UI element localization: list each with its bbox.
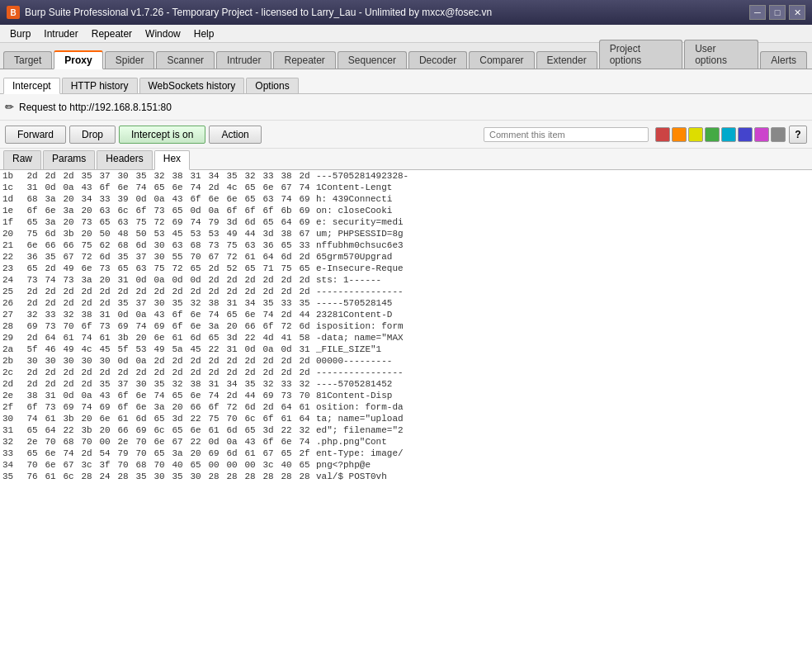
hex-cell[interactable]: 6f bbox=[96, 182, 114, 193]
hex-cell[interactable]: 34 bbox=[241, 297, 259, 309]
hex-cell[interactable]: 69 bbox=[150, 320, 168, 332]
comment-input[interactable] bbox=[484, 127, 649, 142]
hex-cell[interactable]: 69 bbox=[295, 216, 314, 228]
hex-cell[interactable]: 70 bbox=[295, 390, 314, 401]
hex-cell[interactable]: 0a bbox=[205, 205, 223, 216]
hex-cell[interactable]: 53 bbox=[150, 228, 168, 239]
hex-cell[interactable]: 36 bbox=[259, 239, 277, 251]
main-tab-decoder[interactable]: Decoder bbox=[408, 51, 467, 69]
hex-cell[interactable]: 61 bbox=[41, 471, 59, 482]
hex-cell[interactable]: 62 bbox=[96, 239, 114, 251]
hex-cell[interactable]: 35 bbox=[259, 297, 277, 309]
hex-cell[interactable]: 35 bbox=[114, 251, 132, 263]
hex-cell[interactable]: 2d bbox=[59, 286, 78, 297]
hex-cell[interactable]: 37 bbox=[132, 251, 150, 263]
hex-cell[interactable]: 66 bbox=[114, 424, 132, 436]
hex-cell[interactable]: 35 bbox=[78, 170, 96, 182]
hex-cell[interactable]: 2d bbox=[78, 286, 96, 297]
hex-cell[interactable]: 39 bbox=[114, 193, 132, 205]
hex-cell[interactable]: 2d bbox=[41, 297, 59, 309]
hex-cell[interactable]: 38 bbox=[186, 378, 205, 390]
hex-cell[interactable]: 6e bbox=[259, 182, 277, 193]
hex-cell[interactable]: 35 bbox=[150, 378, 168, 390]
hex-cell[interactable]: 2d bbox=[277, 309, 295, 320]
hex-cell[interactable]: 6e bbox=[168, 182, 186, 193]
hex-cell[interactable]: 69 bbox=[168, 216, 186, 228]
sub-tab-intercept[interactable]: Intercept bbox=[3, 78, 60, 94]
hex-cell[interactable]: 28 bbox=[295, 471, 314, 482]
hex-cell[interactable]: 37 bbox=[132, 297, 150, 309]
hex-cell[interactable]: 64 bbox=[259, 251, 277, 263]
hex-cell[interactable]: 20 bbox=[223, 320, 241, 332]
hex-cell[interactable]: 2d bbox=[186, 367, 205, 378]
hex-cell[interactable]: 2d bbox=[277, 274, 295, 286]
hex-cell[interactable]: 22 bbox=[59, 424, 78, 436]
hex-cell[interactable]: 30 bbox=[150, 471, 168, 482]
hex-cell[interactable]: 72 bbox=[223, 251, 241, 263]
hex-cell[interactable]: 2d bbox=[78, 448, 96, 459]
hex-cell[interactable]: 69 bbox=[132, 424, 150, 436]
hex-cell[interactable]: 65 bbox=[241, 424, 259, 436]
hex-cell[interactable]: 30 bbox=[132, 378, 150, 390]
hex-cell[interactable]: 2d bbox=[23, 332, 41, 344]
hex-cell[interactable]: 2d bbox=[23, 378, 41, 390]
hex-cell[interactable]: 33 bbox=[295, 239, 314, 251]
main-tab-spider[interactable]: Spider bbox=[105, 51, 155, 69]
hex-cell[interactable]: 6f bbox=[259, 413, 277, 424]
hex-cell[interactable]: 2d bbox=[41, 367, 59, 378]
hex-cell[interactable]: 6f bbox=[132, 205, 150, 216]
hex-cell[interactable]: 6e bbox=[132, 401, 150, 413]
hex-cell[interactable]: 69 bbox=[114, 320, 132, 332]
hex-cell[interactable]: 38 bbox=[277, 170, 295, 182]
hex-cell[interactable]: 61 bbox=[96, 332, 114, 344]
hex-cell[interactable]: 28 bbox=[205, 471, 223, 482]
hex-cell[interactable]: 65 bbox=[277, 448, 295, 459]
hex-cell[interactable]: 32 bbox=[168, 378, 186, 390]
main-tab-target[interactable]: Target bbox=[3, 51, 52, 69]
hex-cell[interactable]: 6e bbox=[132, 390, 150, 401]
hex-cell[interactable]: 2d bbox=[295, 355, 314, 367]
hex-cell[interactable]: 0a bbox=[223, 436, 241, 448]
hex-cell[interactable]: 2d bbox=[241, 367, 259, 378]
hex-cell[interactable]: 79 bbox=[114, 448, 132, 459]
hex-cell[interactable]: 2d bbox=[295, 367, 314, 378]
hex-cell[interactable]: 28 bbox=[277, 471, 295, 482]
action-button[interactable]: Action bbox=[209, 126, 261, 144]
hex-cell[interactable]: 71 bbox=[259, 263, 277, 274]
hex-cell[interactable]: 0a bbox=[150, 274, 168, 286]
hex-cell[interactable]: 6f bbox=[23, 205, 41, 216]
hex-cell[interactable]: 73 bbox=[59, 274, 78, 286]
hex-cell[interactable]: 35 bbox=[295, 297, 314, 309]
hex-cell[interactable]: 55 bbox=[168, 251, 186, 263]
hex-cell[interactable]: 70 bbox=[132, 448, 150, 459]
hex-cell[interactable]: 2e bbox=[23, 436, 41, 448]
hex-cell[interactable]: 6e bbox=[205, 193, 223, 205]
hex-cell[interactable]: 20 bbox=[186, 448, 205, 459]
hex-cell[interactable]: 6f bbox=[259, 436, 277, 448]
hex-cell[interactable]: 30 bbox=[150, 297, 168, 309]
hex-cell[interactable]: 35 bbox=[241, 378, 259, 390]
hex-cell[interactable]: 30 bbox=[114, 170, 132, 182]
hex-cell[interactable]: 52 bbox=[223, 263, 241, 274]
hex-cell[interactable]: 22 bbox=[186, 436, 205, 448]
hex-cell[interactable]: 64 bbox=[277, 216, 295, 228]
hex-cell[interactable]: 4c bbox=[78, 344, 96, 355]
hex-cell[interactable]: 33 bbox=[277, 378, 295, 390]
hex-cell[interactable]: 70 bbox=[23, 459, 41, 471]
hex-cell[interactable]: 2d bbox=[223, 367, 241, 378]
hex-cell[interactable]: 67 bbox=[277, 182, 295, 193]
hex-cell[interactable]: 67 bbox=[168, 436, 186, 448]
hex-cell[interactable]: 2d bbox=[205, 286, 223, 297]
maximize-button[interactable]: □ bbox=[769, 5, 786, 20]
hex-cell[interactable]: 65 bbox=[150, 413, 168, 424]
hex-cell[interactable]: 44 bbox=[295, 309, 314, 320]
hex-cell[interactable]: 6f bbox=[114, 390, 132, 401]
hex-cell[interactable]: 2d bbox=[168, 367, 186, 378]
hex-cell[interactable]: 53 bbox=[132, 344, 150, 355]
hex-cell[interactable]: 38 bbox=[23, 390, 41, 401]
hex-cell[interactable]: 22 bbox=[241, 332, 259, 344]
hex-cell[interactable]: 2d bbox=[23, 286, 41, 297]
hex-cell[interactable]: 31 bbox=[114, 274, 132, 286]
hex-cell[interactable]: 0a bbox=[150, 193, 168, 205]
hex-cell[interactable]: 2d bbox=[168, 355, 186, 367]
